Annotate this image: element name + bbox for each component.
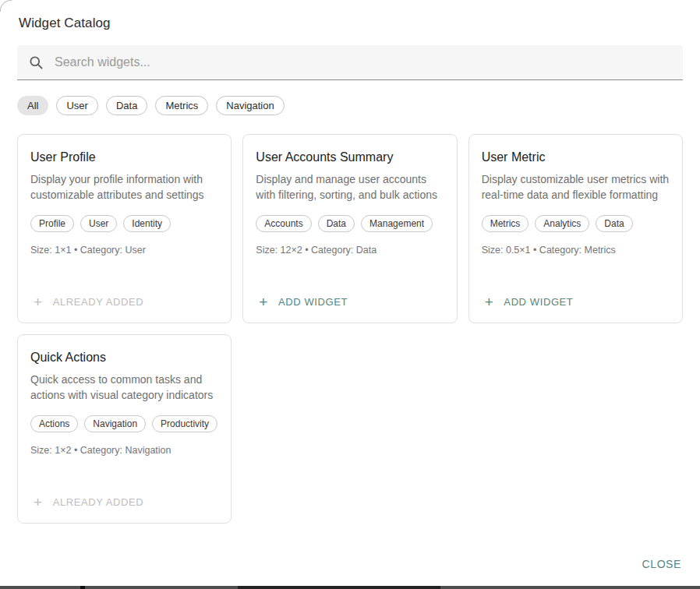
plus-icon: +: [34, 495, 43, 510]
widget-card: User Metric Display customizable user me…: [468, 134, 683, 323]
widget-title: User Accounts Summary: [256, 150, 444, 164]
filter-chip-label: Metrics: [165, 100, 198, 111]
widget-description: Display your profile information with cu…: [30, 171, 218, 203]
widget-title: User Metric: [482, 150, 670, 164]
filter-chip-label: All: [27, 100, 38, 111]
background-page-content: [238, 586, 440, 589]
add-widget-button[interactable]: + ADD WIDGET: [482, 282, 670, 310]
widget-meta: Size: 1×2 • Category: Navigation: [30, 445, 218, 456]
add-widget-label: ADD WIDGET: [504, 296, 573, 308]
page-title: Widget Catalog: [0, 0, 700, 41]
widget-tag: Actions: [30, 415, 78, 432]
widget-tag: Navigation: [84, 415, 146, 432]
widget-tags: Metrics Analytics Data: [482, 215, 670, 232]
search-icon: [28, 55, 44, 70]
widget-description: Display and manage user accounts with fi…: [256, 171, 444, 203]
filter-chips: All User Data Metrics Navigation: [17, 96, 683, 115]
widget-tag: Management: [361, 215, 433, 232]
widget-tag: Productivity: [152, 415, 217, 432]
filter-chip[interactable]: Metrics: [155, 96, 208, 115]
already-added-button: + ALREADY ADDED: [30, 482, 218, 510]
filter-chip-label: Data: [116, 100, 137, 111]
widget-card: Quick Actions Quick access to common tas…: [17, 334, 232, 524]
plus-icon: +: [259, 294, 268, 309]
widget-title: Quick Actions: [30, 351, 218, 365]
filter-chip[interactable]: All: [17, 96, 48, 115]
widget-tags: Accounts Data Management: [256, 215, 444, 232]
plus-icon: +: [485, 294, 494, 309]
dialog-footer: CLOSE: [0, 555, 700, 586]
add-widget-label: ADD WIDGET: [278, 296, 348, 308]
widget-card: User Profile Display your profile inform…: [17, 134, 232, 323]
search-input[interactable]: [53, 55, 672, 70]
background-page-edge: [0, 586, 700, 589]
widget-tag: Profile: [30, 215, 74, 232]
widget-card: User Accounts Summary Display and manage…: [242, 134, 457, 323]
widget-tag: User: [80, 215, 117, 232]
widget-tag: Metrics: [482, 215, 529, 232]
plus-icon: +: [34, 294, 43, 309]
widget-tag: Accounts: [256, 215, 311, 232]
widget-tags: Profile User Identity: [30, 215, 218, 232]
filter-chip-label: Navigation: [226, 100, 274, 111]
widget-description: Display customizable user metrics with r…: [482, 171, 670, 203]
background-page-mark: [80, 586, 85, 589]
add-widget-button[interactable]: + ADD WIDGET: [256, 282, 444, 310]
search-field[interactable]: [17, 45, 683, 80]
already-added-button: + ALREADY ADDED: [30, 282, 218, 310]
widget-meta: Size: 12×2 • Category: Data: [256, 245, 444, 256]
add-widget-label: ALREADY ADDED: [53, 496, 144, 508]
add-widget-label: ALREADY ADDED: [53, 296, 144, 308]
filter-chip[interactable]: Navigation: [216, 96, 284, 115]
widget-tags: Actions Navigation Productivity: [30, 415, 218, 432]
widget-tag: Identity: [123, 215, 171, 232]
widget-tag: Analytics: [535, 215, 589, 232]
filter-chip[interactable]: User: [56, 96, 97, 115]
widget-tag: Data: [596, 215, 632, 232]
widget-title: User Profile: [30, 150, 218, 164]
widget-meta: Size: 0.5×1 • Category: Metrics: [482, 245, 670, 256]
widget-catalog-dialog: Widget Catalog All User Data Metrics Nav…: [0, 0, 700, 586]
widget-card-grid: User Profile Display your profile inform…: [17, 134, 683, 524]
widget-tag: Data: [318, 215, 355, 232]
filter-chip-label: User: [66, 100, 87, 111]
close-button[interactable]: CLOSE: [641, 555, 683, 573]
widget-meta: Size: 1×1 • Category: User: [30, 245, 218, 256]
widget-description: Quick access to common tasks and actions…: [30, 372, 218, 403]
filter-chip[interactable]: Data: [106, 96, 147, 115]
